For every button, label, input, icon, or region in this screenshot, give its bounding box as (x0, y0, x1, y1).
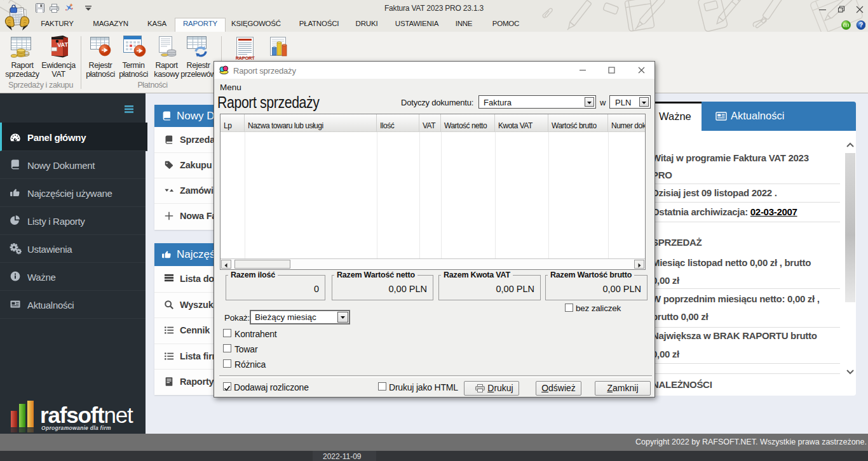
svg-text:RAPORT: RAPORT (236, 55, 255, 61)
svg-text:VAT: VAT (57, 41, 69, 48)
svg-text:?: ? (859, 22, 863, 29)
